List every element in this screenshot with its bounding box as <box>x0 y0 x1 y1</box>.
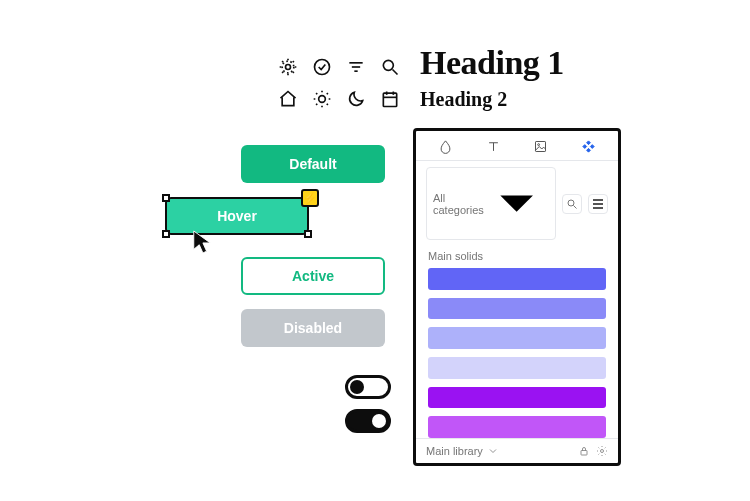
panel-search-button[interactable] <box>562 194 582 214</box>
svg-point-5 <box>383 60 393 70</box>
toggle-on[interactable] <box>345 409 391 433</box>
color-swatch[interactable] <box>428 327 606 349</box>
svg-point-7 <box>319 96 326 103</box>
filter-icon <box>345 56 367 78</box>
selection-handle-icon[interactable] <box>304 230 312 238</box>
color-swatch[interactable] <box>428 298 606 320</box>
chevron-down-icon <box>487 445 499 457</box>
lock-icon[interactable] <box>578 445 590 457</box>
chevron-down-icon <box>484 171 549 236</box>
svg-point-0 <box>286 65 291 70</box>
panel-list-button[interactable] <box>588 194 608 214</box>
tab-text[interactable] <box>486 139 501 154</box>
svg-rect-8 <box>383 93 396 106</box>
home-icon <box>277 88 299 110</box>
button-stack: Default Hover ⚡ Active Disabled <box>165 145 395 361</box>
heading-2: Heading 2 <box>420 88 564 111</box>
gear-icon[interactable] <box>596 445 608 457</box>
disabled-button: Disabled <box>241 309 385 347</box>
disabled-button-label: Disabled <box>284 320 342 336</box>
svg-point-16 <box>568 200 574 206</box>
search-icon <box>566 198 578 210</box>
cursor-icon <box>191 229 213 255</box>
selection-handle-icon[interactable] <box>162 230 170 238</box>
list-icon <box>593 199 603 209</box>
svg-point-15 <box>538 144 540 146</box>
svg-point-19 <box>601 450 604 453</box>
toggle-group <box>345 375 391 433</box>
settings-icon <box>277 56 299 78</box>
default-button-label: Default <box>289 156 336 172</box>
svg-rect-14 <box>536 142 546 152</box>
panel-tabs <box>416 131 618 161</box>
tab-component[interactable] <box>581 139 596 154</box>
active-button[interactable]: Active <box>241 257 385 295</box>
color-swatch[interactable] <box>428 268 606 290</box>
panel-footer: Main library <box>416 438 618 463</box>
svg-point-1 <box>315 60 330 75</box>
panel-section-label: Main solids <box>416 246 618 268</box>
hover-button-label: Hover <box>217 208 257 224</box>
sun-icon <box>311 88 333 110</box>
svg-rect-18 <box>581 451 587 456</box>
color-swatch[interactable] <box>428 387 606 409</box>
hover-button[interactable]: Hover ⚡ <box>165 197 309 235</box>
tab-fill[interactable] <box>438 139 453 154</box>
selection-handle-icon[interactable] <box>162 194 170 202</box>
category-select-label: All categories <box>433 192 484 216</box>
icon-grid <box>277 56 401 110</box>
checkmark-circle-icon <box>311 56 333 78</box>
assets-panel: All categories Main solids Main library <box>413 128 621 466</box>
color-swatch[interactable] <box>428 416 606 438</box>
headings-block: Heading 1 Heading 2 <box>420 44 564 111</box>
tab-image[interactable] <box>533 139 548 154</box>
library-select-label: Main library <box>426 445 483 457</box>
panel-controls: All categories <box>416 161 618 246</box>
swatch-list <box>416 268 618 438</box>
svg-line-6 <box>393 70 398 75</box>
search-icon <box>379 56 401 78</box>
heading-1: Heading 1 <box>420 44 564 82</box>
category-select[interactable]: All categories <box>426 167 556 240</box>
moon-icon <box>345 88 367 110</box>
library-select[interactable]: Main library <box>426 445 572 457</box>
default-button[interactable]: Default <box>241 145 385 183</box>
color-swatch[interactable] <box>428 357 606 379</box>
calendar-icon <box>379 88 401 110</box>
lightning-icon[interactable]: ⚡ <box>301 189 319 207</box>
active-button-label: Active <box>292 268 334 284</box>
toggle-off[interactable] <box>345 375 391 399</box>
svg-line-17 <box>574 205 577 208</box>
